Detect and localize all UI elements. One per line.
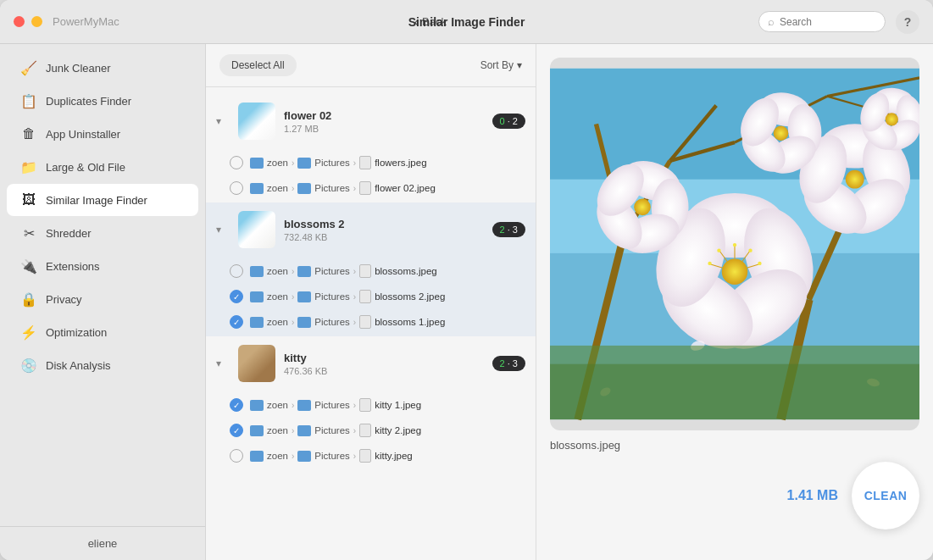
file-list-scroll[interactable]: ▾ flower 02 1.27 MB 0 · 2 zoen › Picture… xyxy=(206,87,536,560)
file-list-panel: Deselect All Sort By ▾ ▾ flower 02 1.27 … xyxy=(206,44,536,560)
disk-analysis-icon: 💿 xyxy=(20,357,37,374)
sidebar-item-shredder[interactable]: ✂ Shredder xyxy=(7,217,198,249)
path-folder: Pictures xyxy=(314,451,350,461)
group-header-kitty[interactable]: ▾ kitty 476.36 KB 2 · 3 xyxy=(206,336,536,391)
junk-cleaner-icon: 🧹 xyxy=(20,59,37,76)
file-item: zoen › Pictures › blossoms 1.jpeg xyxy=(206,309,536,335)
svg-point-27 xyxy=(758,262,761,265)
path-folder: Pictures xyxy=(314,317,350,327)
pictures-folder-icon xyxy=(297,317,311,328)
path-folder: Pictures xyxy=(314,425,350,435)
sidebar-item-label: App Uninstaller xyxy=(46,128,120,141)
deselect-all-button[interactable]: Deselect All xyxy=(219,54,297,76)
sidebar-item-privacy[interactable]: 🔒 Privacy xyxy=(7,283,198,315)
search-input[interactable] xyxy=(780,16,876,28)
privacy-icon: 🔒 xyxy=(20,291,37,308)
sidebar-item-junk-cleaner[interactable]: 🧹 Junk Cleaner xyxy=(7,52,198,84)
file-checkbox[interactable] xyxy=(230,156,243,169)
svg-point-29 xyxy=(708,262,711,265)
path-user: zoen xyxy=(267,291,288,302)
group-header-blossoms2[interactable]: ▾ blossoms 2 732.48 KB 2 · 3 xyxy=(206,202,536,257)
minimize-button[interactable] xyxy=(31,16,42,27)
file-items-blossoms2: zoen › Pictures › blossoms.jpeg zoen › P… xyxy=(206,257,536,336)
sidebar-item-large-old-file[interactable]: 📁 Large & Old File xyxy=(7,151,198,183)
sidebar-item-extensions[interactable]: 🔌 Extensions xyxy=(7,250,198,282)
path-user: zoen xyxy=(267,425,288,435)
folder-icon xyxy=(250,158,264,169)
pictures-folder-icon xyxy=(297,291,311,302)
svg-rect-58 xyxy=(550,364,919,419)
group-name-kitty: kitty xyxy=(284,352,484,364)
file-icon xyxy=(359,156,371,169)
folder-icon xyxy=(250,266,264,277)
app-uninstaller-icon: 🗑 xyxy=(20,125,37,142)
svg-point-21 xyxy=(733,243,736,247)
file-item: zoen › Pictures › kitty 1.jpeg xyxy=(206,392,536,418)
file-path: zoen › Pictures › kitty.jpeg xyxy=(250,449,413,463)
group-info-kitty: kitty 476.36 KB xyxy=(284,352,484,376)
file-item: zoen › Pictures › kitty.jpeg xyxy=(206,443,536,469)
path-user: zoen xyxy=(267,158,288,168)
group-thumb-kitty xyxy=(238,345,275,382)
file-checkbox[interactable] xyxy=(230,290,243,303)
path-user: zoen xyxy=(267,400,288,410)
file-checkbox[interactable] xyxy=(230,424,243,437)
file-icon xyxy=(359,398,371,412)
path-filename: blossoms.jpeg xyxy=(375,266,437,276)
file-icon xyxy=(359,290,371,303)
group-chevron-kitty: ▾ xyxy=(216,358,230,369)
path-filename: flowers.jpeg xyxy=(375,158,426,168)
file-icon xyxy=(359,264,371,278)
file-icon xyxy=(359,181,371,195)
help-button[interactable]: ? xyxy=(896,10,919,34)
file-path: zoen › Pictures › flower 02.jpeg xyxy=(250,181,436,195)
sidebar-item-optimization[interactable]: ⚡ Optimization xyxy=(7,316,198,348)
pictures-folder-icon xyxy=(297,451,311,462)
group-chevron-flower02: ▾ xyxy=(216,115,230,127)
duplicates-finder-icon: 📋 xyxy=(20,92,37,109)
traffic-lights xyxy=(14,16,42,27)
preview-footer: 1.41 MB CLEAN xyxy=(550,462,919,530)
clean-label: CLEAN xyxy=(864,489,908,502)
sidebar-item-app-uninstaller[interactable]: 🗑 App Uninstaller xyxy=(7,118,198,150)
group-thumb-blossoms2 xyxy=(238,211,275,248)
file-icon xyxy=(359,315,371,329)
path-filename: kitty.jpeg xyxy=(375,451,413,461)
sidebar-item-disk-analysis[interactable]: 💿 Disk Analysis xyxy=(7,349,198,381)
search-box[interactable]: ⌕ xyxy=(758,11,886,32)
clean-button[interactable]: CLEAN xyxy=(852,462,919,530)
path-user: zoen xyxy=(267,317,288,327)
group-size-kitty: 476.36 KB xyxy=(284,366,484,376)
close-button[interactable] xyxy=(14,16,25,27)
search-icon: ⌕ xyxy=(768,15,775,28)
group-info-flower02: flower 02 1.27 MB xyxy=(284,109,484,134)
folder-icon xyxy=(250,451,264,462)
group-chevron-blossoms2: ▾ xyxy=(216,224,230,236)
file-checkbox[interactable] xyxy=(230,449,243,463)
pictures-folder-icon xyxy=(297,400,311,411)
sidebar-item-similar-image-finder[interactable]: 🖼 Similar Image Finder xyxy=(7,184,198,216)
preview-image-svg xyxy=(550,58,919,430)
shredder-icon: ✂ xyxy=(20,225,37,241)
file-checkbox[interactable] xyxy=(230,264,243,278)
file-path: zoen › Pictures › flowers.jpeg xyxy=(250,156,427,169)
group-header-flower02[interactable]: ▾ flower 02 1.27 MB 0 · 2 xyxy=(206,94,536,148)
similar-image-finder-icon: 🖼 xyxy=(20,191,37,208)
sidebar-item-duplicates-finder[interactable]: 📋 Duplicates Finder xyxy=(7,85,198,117)
file-checkbox[interactable] xyxy=(230,398,243,412)
path-filename: kitty 1.jpeg xyxy=(375,400,421,410)
path-folder: Pictures xyxy=(314,400,350,410)
group-kitty: ▾ kitty 476.36 KB 2 · 3 zoen › Pictures … xyxy=(206,336,536,470)
sidebar-items: 🧹 Junk Cleaner 📋 Duplicates Finder 🗑 App… xyxy=(0,44,205,526)
sort-by-button[interactable]: Sort By ▾ xyxy=(480,59,522,71)
file-checkbox[interactable] xyxy=(230,181,243,195)
file-list-header: Deselect All Sort By ▾ xyxy=(206,44,536,87)
sort-by-label: Sort By xyxy=(480,59,514,71)
sidebar: 🧹 Junk Cleaner 📋 Duplicates Finder 🗑 App… xyxy=(0,44,206,560)
sidebar-item-label: Shredder xyxy=(46,227,91,240)
folder-icon xyxy=(250,183,264,194)
sidebar-item-label: Similar Image Finder xyxy=(46,194,147,207)
file-item: zoen › Pictures › blossoms 2.jpeg xyxy=(206,284,536,309)
file-checkbox[interactable] xyxy=(230,315,243,329)
path-folder: Pictures xyxy=(314,158,350,168)
